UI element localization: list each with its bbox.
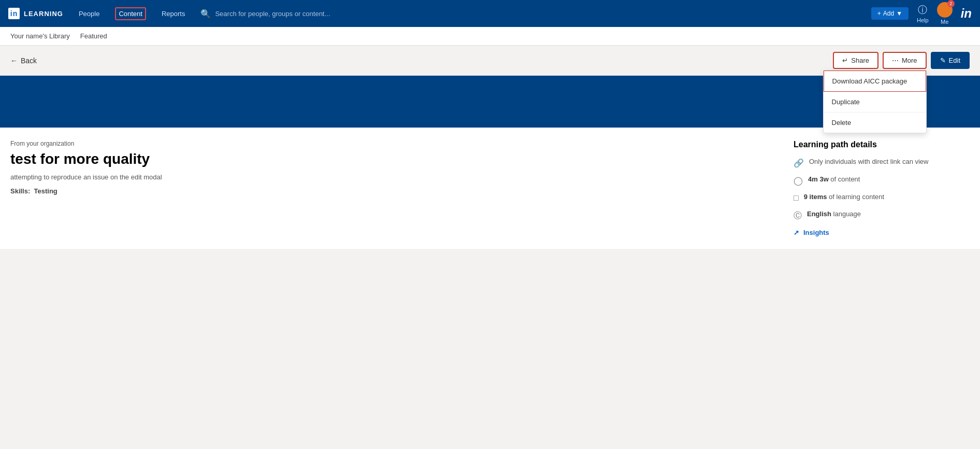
detail-visibility: 🔗 Only individuals with direct link can … (794, 158, 970, 168)
language-text: English language (807, 210, 861, 218)
add-icon: + (877, 10, 881, 17)
add-chevron-icon: ▼ (896, 10, 902, 17)
dropdown-download-aicc[interactable]: Download AICC package (824, 71, 926, 92)
top-nav-right: + Add ▼ ⓘ Help 2 Me in (871, 2, 972, 25)
lock-icon: 🔗 (794, 158, 804, 168)
breadcrumb-featured[interactable]: Featured (80, 32, 107, 40)
edit-icon: ✎ (940, 57, 946, 64)
nav-people[interactable]: People (76, 8, 103, 20)
skills-value: Testing (34, 187, 57, 195)
back-arrow-icon: ← (10, 57, 18, 65)
breadcrumb-library[interactable]: Your name's Library (10, 32, 70, 40)
from-org-label: From your organization (10, 140, 773, 147)
search-icon: 🔍 (200, 9, 211, 19)
dropdown-duplicate[interactable]: Duplicate (824, 92, 926, 113)
notification-badge: 2 (947, 0, 955, 7)
help-button[interactable]: ⓘ Help (917, 4, 929, 23)
details-panel: Learning path details 🔗 Only individuals… (794, 140, 970, 236)
items-text: 9 items of learning content (804, 193, 884, 201)
skills-row: Skills: Testing (10, 187, 773, 195)
more-button[interactable]: ⋯ More (883, 52, 927, 69)
insights-label: Insights (803, 229, 829, 236)
add-button[interactable]: + Add ▼ (871, 7, 909, 20)
edit-button[interactable]: ✎ Edit (931, 52, 970, 69)
page-subtitle: attempting to reproduce an issue on the … (10, 173, 773, 181)
top-nav: in LEARNING People Content Reports 🔍 + A… (0, 0, 980, 27)
help-icon: ⓘ (918, 4, 927, 16)
detail-language: Ⓒ English language (794, 210, 970, 221)
nav-reports[interactable]: Reports (158, 8, 189, 20)
action-bar: ← Back ↵ Share ⋯ More Download AICC pack… (0, 46, 980, 76)
linkedin-right-logo: in (961, 6, 972, 21)
language-bold: English (807, 210, 831, 218)
add-label: Add (883, 10, 894, 17)
share-button[interactable]: ↵ Share (833, 52, 878, 69)
duration-text: 4m 3w of content (808, 175, 860, 183)
more-dropdown-menu: Download AICC package Duplicate Delete (823, 70, 927, 133)
more-dropdown-wrapper: ⋯ More Download AICC package Duplicate D… (883, 52, 927, 69)
search-bar: 🔍 (200, 9, 858, 19)
detail-duration: ◯ 4m 3w of content (794, 175, 970, 186)
brand-name: LEARNING (24, 10, 63, 18)
dropdown-delete[interactable]: Delete (824, 113, 926, 133)
clock-icon: ◯ (794, 176, 803, 186)
help-label: Help (917, 17, 929, 23)
nav-content[interactable]: Content (115, 7, 146, 20)
brand-logo: in LEARNING (8, 8, 63, 19)
edit-label: Edit (949, 57, 960, 64)
insights-icon: ➚ (794, 229, 799, 236)
visibility-text: Only individuals with direct link can vi… (809, 158, 928, 165)
more-label: More (902, 57, 917, 64)
share-icon: ↵ (842, 57, 848, 64)
me-button[interactable]: 2 Me (937, 2, 953, 25)
panel-title: Learning path details (794, 140, 970, 149)
back-label: Back (21, 57, 37, 65)
action-buttons: ↵ Share ⋯ More Download AICC package Dup… (833, 52, 970, 69)
content-area: From your organization test for more qua… (0, 128, 980, 249)
avatar: 2 (937, 2, 953, 18)
items-bold: 9 items (804, 193, 827, 201)
share-label: Share (851, 57, 869, 64)
items-icon: □ (794, 193, 799, 203)
insights-link[interactable]: ➚ Insights (794, 229, 970, 236)
breadcrumb: Your name's Library Featured (0, 27, 980, 46)
globe-icon: Ⓒ (794, 211, 802, 221)
content-left: From your organization test for more qua… (10, 140, 773, 236)
detail-items: □ 9 items of learning content (794, 193, 970, 203)
page-title: test for more quality (10, 150, 773, 168)
duration-bold: 4m 3w (808, 175, 829, 183)
skills-label: Skills: (10, 187, 30, 195)
search-input[interactable] (215, 10, 360, 18)
linkedin-logo-icon: in (8, 8, 20, 19)
more-dots-icon: ⋯ (892, 57, 899, 64)
back-button[interactable]: ← Back (10, 57, 37, 65)
me-label: Me (941, 19, 948, 25)
